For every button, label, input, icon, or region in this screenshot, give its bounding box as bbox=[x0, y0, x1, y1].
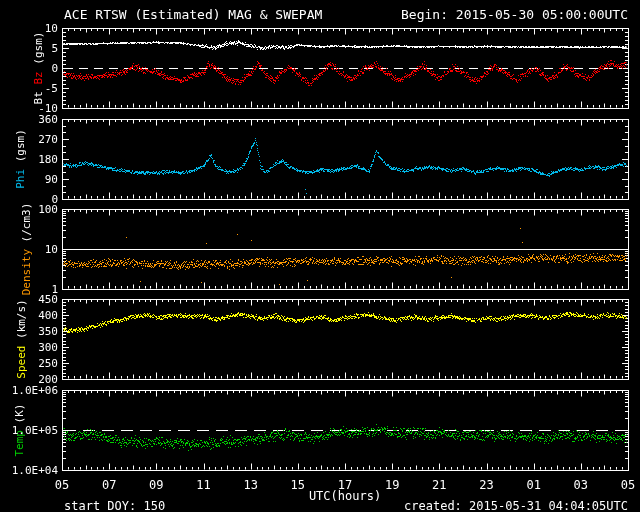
x-tick-label: 21 bbox=[432, 478, 446, 492]
y-tick-label-bt-bz: 0 bbox=[51, 62, 58, 75]
y-axis-label-part: Speed bbox=[15, 346, 28, 379]
y-tick-label-temp: 1.0E+04 bbox=[12, 464, 58, 477]
x-tick-label: 19 bbox=[385, 478, 399, 492]
y-axis-label-part: (gsm) bbox=[14, 129, 27, 169]
start-doy-label: start DOY: 150 bbox=[64, 499, 165, 512]
y-tick-label-speed: 400 bbox=[38, 309, 58, 322]
created-timestamp: created: 2015-05-31 04:04:05UTC bbox=[404, 499, 628, 512]
y-tick-label-speed: 250 bbox=[38, 357, 58, 370]
x-tick-label: 23 bbox=[479, 478, 493, 492]
plot-canvas bbox=[0, 0, 640, 512]
x-tick-label: 15 bbox=[291, 478, 305, 492]
x-tick-label: 05 bbox=[621, 478, 635, 492]
y-axis-label-density: Density (/cm3) bbox=[20, 203, 33, 296]
y-axis-label-bt-bz: Bt Bz (gsm) bbox=[32, 32, 45, 105]
x-tick-label: 05 bbox=[55, 478, 69, 492]
x-tick-label: 07 bbox=[102, 478, 116, 492]
y-tick-label-density: 10 bbox=[45, 243, 58, 256]
y-tick-label-bt-bz: 5 bbox=[51, 42, 58, 55]
y-axis-label-speed: Speed (km/s) bbox=[15, 299, 28, 378]
y-tick-label-bt-bz: 10 bbox=[45, 22, 58, 35]
y-tick-label-density: 100 bbox=[38, 203, 58, 216]
y-tick-label-speed: 350 bbox=[38, 325, 58, 338]
y-axis-label-part: (gsm) bbox=[32, 32, 45, 72]
y-axis-label-part: (km/s) bbox=[15, 299, 28, 345]
y-tick-label-temp: 1.0E+05 bbox=[12, 424, 58, 437]
y-axis-label-phi: Phi (gsm) bbox=[14, 129, 27, 189]
x-tick-label: 11 bbox=[196, 478, 210, 492]
x-tick-label: 03 bbox=[574, 478, 588, 492]
y-axis-label-part: Density bbox=[20, 249, 33, 295]
x-tick-label: 13 bbox=[243, 478, 257, 492]
y-tick-label-phi: 180 bbox=[38, 153, 58, 166]
chart-title: ACE RTSW (Estimated) MAG & SWEPAM bbox=[64, 7, 322, 22]
ace-rtsw-plot: ACE RTSW (Estimated) MAG & SWEPAM Begin:… bbox=[0, 0, 640, 512]
y-tick-label-phi: 90 bbox=[45, 173, 58, 186]
y-tick-label-temp: 1.0E+06 bbox=[12, 384, 58, 397]
x-tick-label: 01 bbox=[526, 478, 540, 492]
y-axis-label-part: Phi bbox=[14, 169, 27, 189]
y-axis-label-part: Bz bbox=[32, 71, 45, 84]
y-tick-label-bt-bz: -5 bbox=[45, 82, 58, 95]
y-tick-label-speed: 450 bbox=[38, 293, 58, 306]
y-tick-label-phi: 360 bbox=[38, 113, 58, 126]
y-tick-label-speed: 300 bbox=[38, 341, 58, 354]
x-tick-label: 17 bbox=[338, 478, 352, 492]
y-tick-label-phi: 270 bbox=[38, 133, 58, 146]
x-tick-label: 09 bbox=[149, 478, 163, 492]
y-axis-label-part: (/cm3) bbox=[20, 203, 33, 249]
begin-timestamp: Begin: 2015-05-30 05:00:00UTC bbox=[401, 7, 628, 22]
